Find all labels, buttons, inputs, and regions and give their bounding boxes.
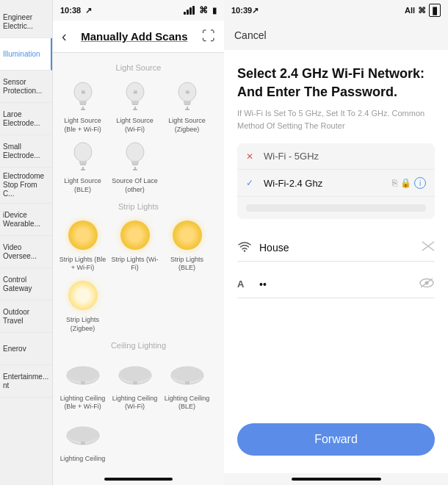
wifi-network-item-24ghz[interactable]: ✓ Wi-Fi-2.4 Ghz ⎘ 🔒 i	[237, 170, 435, 197]
forward-button-wrap: Forward	[237, 414, 435, 461]
network-input-toggle[interactable]	[422, 240, 435, 255]
svg-rect-7	[131, 101, 139, 104]
ceiling-icon	[65, 361, 101, 387]
wifi-right-icons: ⎘ 🔒 i	[392, 177, 426, 189]
sidebar-item-illumination[interactable]: Illumination	[0, 38, 52, 71]
svg-rect-14	[184, 104, 190, 105]
wifi-network-item-5ghz[interactable]: ✕ Wi-Fi - 5GHz	[237, 143, 435, 170]
device-label: Light Source (Zigbee)	[163, 117, 211, 134]
svg-rect-30	[81, 381, 85, 384]
svg-rect-8	[132, 104, 138, 105]
signal-label: All	[405, 6, 415, 15]
svg-rect-2	[80, 104, 86, 105]
wifi-input-icon	[237, 240, 252, 255]
sidebar-item-engineer[interactable]: Engineer Electric...	[0, 6, 52, 38]
svg-text:≋: ≋	[132, 89, 137, 96]
device-label: Lighting Ceiling	[60, 455, 106, 464]
wifi-network-item-blurred	[237, 197, 435, 219]
list-item[interactable]: ≋ Light Source (Wi-Fi)	[111, 78, 159, 134]
device-label: Lighting Ceiling (Ble + Wi-Fi)	[59, 395, 106, 412]
left-time: 10:38	[60, 6, 81, 15]
device-label: Lighting Ceiling (Wi-Fi)	[111, 395, 159, 412]
svg-point-32	[119, 367, 151, 381]
network-name-input[interactable]	[259, 242, 422, 254]
svg-text:≋: ≋	[184, 89, 189, 96]
ceiling-icon	[117, 361, 153, 387]
list-item[interactable]: ≋ Light Source (Ble + Wi-Fi)	[59, 78, 106, 134]
right-status-bar: 10:39 ↗ All ⌘ ▮	[224, 0, 448, 21]
ceiling-grid: Lighting Ceiling (Ble + Wi-Fi) Lighting …	[59, 356, 218, 464]
forward-button[interactable]: Forward	[237, 423, 435, 456]
list-item[interactable]: Source Of Lace (other)	[111, 138, 159, 194]
list-item[interactable]: Lighting Ceiling (BLE)	[163, 356, 211, 412]
list-item[interactable]: Lighting Ceiling	[59, 416, 106, 464]
device-label: Strip Lights (Ble + Wi-Fi)	[59, 256, 106, 273]
sidebar-item-entertainment[interactable]: Entertainme... nt	[0, 365, 52, 398]
right-main: Select 2.4 GHz Wi-Fi Network: And Enter …	[224, 50, 448, 473]
right-location-icon: ↗	[252, 6, 259, 15]
sidebar-item-outdoor[interactable]: Outdoor Travel	[0, 301, 52, 333]
sidebar-item-video[interactable]: Video Oversee...	[0, 236, 52, 268]
svg-rect-13	[184, 101, 191, 104]
wifi-status-icon: ⌘	[418, 6, 426, 15]
sidebar-item-small[interactable]: Small Electrode...	[0, 135, 52, 168]
device-label: Strip Lights (Wi-Fi)	[111, 256, 159, 273]
back-button[interactable]: ‹	[62, 28, 67, 45]
password-input[interactable]	[259, 279, 419, 290]
device-icon-wrap	[117, 217, 153, 254]
list-item[interactable]: Light Source (BLE)	[59, 138, 106, 194]
svg-rect-19	[79, 161, 87, 164]
bulb-icon	[122, 140, 148, 173]
section-label-strip-lights: Strip Lights	[59, 202, 218, 211]
strip-light-icon	[120, 220, 150, 250]
strip-lights-grid: Strip Lights (Ble + Wi-Fi) Strip Lights …	[59, 217, 218, 334]
sidebar-item-control[interactable]: Control Gateway	[0, 268, 52, 301]
svg-point-35	[171, 367, 203, 381]
list-item[interactable]: Strip Lights (BLE)	[163, 217, 211, 273]
list-item[interactable]: Strip Lights (Ble + Wi-Fi)	[59, 217, 106, 273]
list-item[interactable]: Strip Lights (Zigbee)	[59, 277, 106, 333]
list-item[interactable]: Lighting Ceiling (Wi-Fi)	[111, 356, 159, 412]
strip-light-icon	[68, 220, 98, 250]
device-icon-wrap	[65, 138, 101, 175]
svg-point-23	[126, 143, 144, 162]
password-toggle-icon[interactable]	[419, 276, 435, 292]
svg-rect-20	[80, 164, 86, 165]
sidebar-item-sensor[interactable]: Sensor Protection...	[0, 71, 52, 103]
network-input-row	[237, 234, 435, 262]
wifi-network-list: ✕ Wi-Fi - 5GHz ✓ Wi-Fi-2.4 Ghz ⎘ 🔒 i	[237, 143, 435, 219]
device-icon-wrap	[169, 356, 206, 392]
device-icon-wrap	[117, 138, 153, 175]
battery-status-icon: ▮	[429, 4, 441, 17]
bulb-icon: ≋	[70, 80, 96, 112]
battery-icon: ▮	[212, 6, 217, 15]
cancel-button[interactable]: Cancel	[234, 29, 267, 41]
device-icon-wrap	[65, 416, 101, 453]
left-status-bar: 10:38 ↗ ⌘ ▮	[53, 0, 224, 21]
svg-point-38	[67, 427, 99, 442]
device-label: Light Source (BLE)	[59, 177, 106, 194]
wifi-network-name: Wi-Fi-2.4 Ghz	[264, 178, 392, 189]
sidebar-item-large[interactable]: Laroe Electrode...	[0, 103, 52, 135]
section-label-ceiling: Ceiling Lighting	[59, 341, 218, 350]
sidebar-item-idevice[interactable]: iDevice Wearable...	[0, 204, 52, 236]
wifi-subtitle: If Wi-Fi Is Set To 5 GHz, Set It To 2.4 …	[237, 107, 435, 132]
list-item[interactable]: Strip Lights (Wi-Fi)	[111, 217, 159, 273]
info-button[interactable]: i	[414, 177, 426, 189]
left-location-icon: ↗	[85, 6, 92, 15]
expand-button[interactable]: ⛶	[202, 29, 215, 44]
sidebar: Engineer Electric... Illumination Sensor…	[0, 0, 53, 485]
svg-rect-24	[131, 161, 139, 164]
strip-light-icon	[68, 281, 98, 310]
sidebar-item-electrodome[interactable]: Electrodome Stop From C...	[0, 168, 52, 204]
right-panel: 10:39 ↗ All ⌘ ▮ Cancel Select 2.4 GHz Wi…	[224, 0, 448, 485]
list-item[interactable]: Lighting Ceiling (Ble + Wi-Fi)	[59, 356, 106, 412]
device-icon-wrap: ≋	[169, 78, 206, 115]
svg-rect-36	[185, 381, 189, 384]
svg-rect-39	[81, 442, 85, 445]
sidebar-item-energy[interactable]: Enerov	[0, 333, 52, 365]
device-icon-wrap	[65, 217, 101, 254]
list-item[interactable]: ≋ Light Source (Zigbee)	[163, 78, 211, 134]
ceiling-icon	[65, 421, 101, 448]
device-label: Strip Lights (Zigbee)	[59, 316, 106, 333]
